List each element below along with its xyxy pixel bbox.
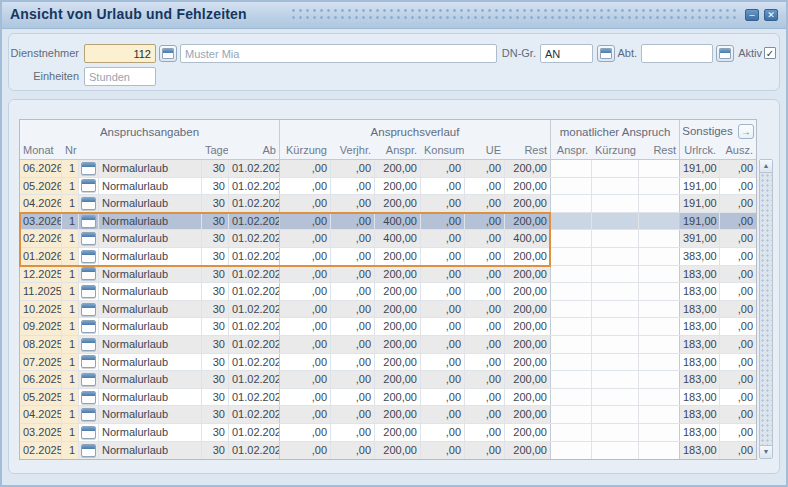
cell-ue: ,00 [465,213,505,230]
scroll-down-icon[interactable]: ▼ [760,445,772,458]
calendar-icon[interactable] [81,444,96,457]
dienstnehmer-input[interactable] [84,44,156,63]
calendar-icon[interactable] [81,179,96,192]
table-row[interactable]: 10.20251Normalurlaub3001.02.2025,00,0020… [20,301,756,319]
dngr-input[interactable] [540,44,593,63]
abt-picker-button[interactable] [716,45,734,62]
cell-verjhr: ,00 [331,354,375,371]
cell-monat: 04.2025 [20,406,62,423]
scrollbar-thumb[interactable] [760,173,772,445]
cell-konsum: ,00 [421,178,465,195]
cell-ab: 01.02.2025 [229,424,280,441]
filter-form-panel: Dienstnehmer DN-Gr. Abt. Aktiv ✓ Einheit… [8,33,780,91]
cell-ab: 01.02.2025 [229,318,280,335]
calendar-icon[interactable] [81,162,96,175]
scroll-up-icon[interactable]: ▲ [760,160,772,173]
calendar-icon[interactable] [81,391,96,404]
calendar-icon[interactable] [81,355,96,368]
calendar-icon[interactable] [81,232,96,245]
table-row[interactable]: 05.20251Normalurlaub3001.02.2025,00,0020… [20,389,756,407]
cell-tage: 30 [202,248,229,265]
calendar-icon [719,48,731,59]
cell-anspr: 400,00 [375,213,421,230]
cell-tage: 30 [202,354,229,371]
cell-rest: 200,00 [505,442,551,460]
cell-tage: 30 [202,160,229,177]
table-row[interactable]: 07.20251Normalurlaub3001.02.2025,00,0020… [20,354,756,372]
table-row[interactable]: 02.20251Normalurlaub3001.02.2025,00,0020… [20,442,756,460]
window-title: Ansicht von Urlaub und Fehlzeiten [10,6,247,22]
cell-icon [79,336,99,353]
table-row[interactable]: 09.20251Normalurlaub3001.02.2025,00,0020… [20,318,756,336]
table-row[interactable]: 04.20251Normalurlaub3001.02.2025,00,0020… [20,406,756,424]
table-row[interactable]: 03.20261Normalurlaub3001.02.2026,00,0040… [20,213,756,231]
minimize-icon[interactable]: – [745,9,759,21]
einheiten-input[interactable] [84,67,156,86]
cell-ue: ,00 [465,371,505,388]
abt-input[interactable] [641,44,713,63]
cell-anspr: 200,00 [375,248,421,265]
calendar-icon[interactable] [81,426,96,439]
table-row[interactable]: 03.20251Normalurlaub3001.02.2025,00,0020… [20,424,756,442]
cell-urlrck: 191,00 [680,160,720,177]
cell-name: Normalurlaub [99,354,202,371]
cell-m_kuerzung [592,442,639,460]
group-anspruchsverlauf: Anspruchsverlauf [280,120,551,142]
table-row[interactable]: 11.20251Normalurlaub3001.02.2025,00,0020… [20,283,756,301]
cell-rest: 200,00 [505,389,551,406]
vertical-scrollbar[interactable]: ▲ ▼ [759,159,773,459]
cell-ue: ,00 [465,230,505,247]
cell-tage: 30 [202,195,229,212]
calendar-icon[interactable] [81,338,96,351]
table-row[interactable]: 06.20251Normalurlaub3001.02.2025,00,0020… [20,371,756,389]
cell-urlrck: 191,00 [680,195,720,212]
cell-tage: 30 [202,301,229,318]
cell-m_rest [639,301,680,318]
calendar-icon[interactable] [81,267,96,280]
cell-urlrck: 183,00 [680,406,720,423]
cell-urlrck: 183,00 [680,442,720,460]
cell-tage: 30 [202,283,229,300]
calendar-icon[interactable] [81,215,96,228]
cell-verjhr: ,00 [331,283,375,300]
aktiv-checkbox[interactable]: ✓ [764,47,776,59]
calendar-icon[interactable] [81,320,96,333]
cell-ue: ,00 [465,336,505,353]
cell-m_kuerzung [592,178,639,195]
table-row[interactable]: 02.20261Normalurlaub3001.02.2026,00,0040… [20,230,756,248]
dienstnehmer-picker-button[interactable] [159,45,177,62]
cell-urlrck: 183,00 [680,371,720,388]
cell-kuerzung: ,00 [280,213,331,230]
table-row[interactable]: 12.20251Normalurlaub3001.02.2025,00,0020… [20,266,756,284]
cell-ue: ,00 [465,248,505,265]
calendar-icon[interactable] [81,408,96,421]
calendar-icon[interactable] [81,303,96,316]
abt-label: Abt. [609,44,637,62]
table-row[interactable]: 04.20261Normalurlaub3001.02.2026,00,0020… [20,195,756,213]
cell-ausz: ,00 [720,160,756,177]
table-row[interactable]: 01.20261Normalurlaub3001.02.2025,00,0020… [20,248,756,266]
cell-m_anspr [551,301,592,318]
expand-arrow-icon[interactable]: → [738,124,754,139]
cell-ue: ,00 [465,266,505,283]
cell-rest: 200,00 [505,371,551,388]
cell-ausz: ,00 [720,248,756,265]
close-icon[interactable]: ✕ [764,9,778,21]
cell-ausz: ,00 [720,424,756,441]
calendar-icon[interactable] [81,250,96,263]
cell-name: Normalurlaub [99,442,202,460]
cell-ab: 01.02.2026 [229,160,280,177]
cell-m_kuerzung [592,389,639,406]
cell-m_anspr [551,178,592,195]
cell-icon [79,213,99,230]
table-row[interactable]: 06.20261Normalurlaub3001.02.2026,00,0020… [20,160,756,178]
calendar-icon[interactable] [81,285,96,298]
table-row[interactable]: 05.20261Normalurlaub3001.02.2026,00,0020… [20,178,756,196]
table-row[interactable]: 08.20251Normalurlaub3001.02.2025,00,0020… [20,336,756,354]
cell-rest: 200,00 [505,195,551,212]
cell-ab: 01.02.2025 [229,301,280,318]
calendar-icon[interactable] [81,197,96,210]
cell-kuerzung: ,00 [280,389,331,406]
calendar-icon[interactable] [81,373,96,386]
dienstnehmer-name-field[interactable] [180,44,497,63]
